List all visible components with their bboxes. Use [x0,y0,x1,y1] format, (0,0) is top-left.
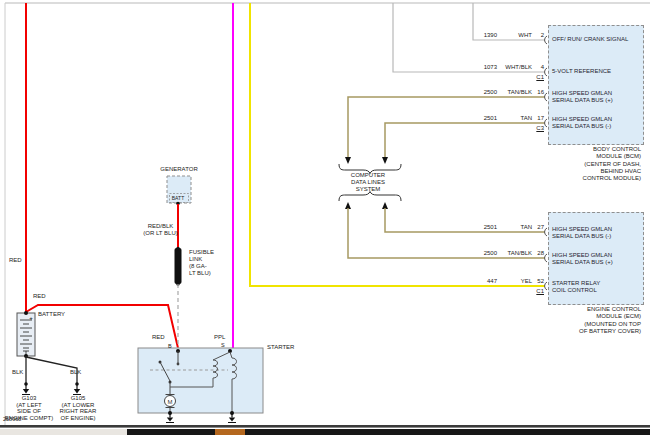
wire-2500-tanblk-upper [348,97,545,157]
page-border-bottom [0,425,650,428]
wire-label-red-vertical: RED [9,257,22,264]
bottom-bar-dark-segment [127,429,650,435]
bottom-bar-light-segment [0,429,127,435]
generator-terminal-label: BATT [168,195,188,202]
arrow-down-right-icon [382,157,388,164]
fusible-link-top-dot [176,247,180,251]
battery-plus-sign: + [29,315,33,321]
circuit-number: 2501 [469,224,497,231]
bcm-caption: BODY CONTROL MODULE (BCM) (CENTER OF DAS… [541,146,641,182]
wire-label-blk-right: BLK [70,369,81,376]
bottom-bar-orange-segment [215,429,245,435]
circuit-number: 447 [469,278,497,285]
circuit-number: 2501 [469,115,497,122]
pin-function: STARTER RELAY COIL CONTROL [552,280,640,294]
pin-number: 52 [528,278,544,285]
pin-function: HIGH SPEED GMLAN SERIAL DATA BUS (+) [552,90,640,104]
circuit-number: 2500 [469,250,497,257]
wire-447-yel [250,3,545,286]
connector-id: C1 [528,288,544,295]
starter-motor-label: M [168,399,173,405]
wiring-svg: + [0,0,650,435]
arrow-down-left-icon [345,157,351,164]
ecm-caption: ENGINE CONTROL MODULE (ECM) (MOUNTED ON … [541,306,641,335]
pin-function: 5-VOLT REFERENCE [552,68,640,75]
wire-ppl-starter-s [230,3,233,351]
generator-label: GENERATOR [152,166,206,173]
starter-box [138,348,263,413]
computer-data-lines-label: COMPUTER DATA LINES SYSTEM [335,172,401,193]
pin-function: HIGH SPEED GMLAN SERIAL DATA BUS (-) [552,226,640,240]
starter-terminal-s: S [221,342,225,349]
pin-number: 16 [528,89,544,96]
battery-label: BATTERY [38,311,65,318]
pin-number: 2 [528,32,544,39]
pin-number: 4 [528,64,544,71]
wire-label-red-starter: RED [152,334,165,341]
wire-label-redblk: RED/BLK (OR LT BLU) [137,223,184,237]
pin-number: 28 [528,250,544,257]
wire-label-blk-left: BLK [12,369,23,376]
fusible-link-bar [175,248,182,284]
wire-label-ppl: PPL [214,334,225,341]
arrow-up-right-icon [382,202,388,209]
fusible-link-label: FUSIBLE LINK (8 GA- LT BLU) [189,249,214,277]
starter-terminal-b: B [168,343,172,350]
wire-2501-tan-upper [385,123,545,157]
circuit-number: 1073 [469,64,497,71]
circuit-number: 2500 [469,89,497,96]
figure-number: 258968 [3,416,21,423]
wire-label-red-branch: RED [33,293,46,300]
ground-symbol-g105 [73,382,81,394]
circuit-number: 1390 [469,32,497,39]
starter-label: STARTER [267,344,294,351]
arrow-up-left-icon [345,202,351,209]
pin-number: 27 [528,224,544,231]
connector-id: C3 [528,125,544,132]
ground-symbol-g103 [22,382,30,394]
ground-caption-g105: G105 (AT LOWER RIGHT REAR OF ENGINE) [48,395,108,421]
pin-function: OFF/ RUN/ CRANK SIGNAL [552,36,640,43]
connector-id: C1 [528,74,544,81]
pin-function: HIGH SPEED GMLAN SERIAL DATA BUS (+) [552,252,640,266]
pin-number: 17 [528,115,544,122]
battery-symbol: + [17,311,35,358]
wiring-diagram-page: + [0,0,650,435]
pin-function: HIGH SPEED GMLAN SERIAL DATA BUS (-) [552,116,640,130]
